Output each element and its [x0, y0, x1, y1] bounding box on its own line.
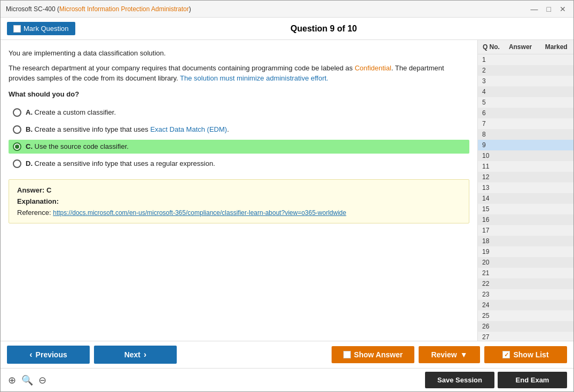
sidebar-row[interactable]: 25	[478, 310, 573, 321]
sidebar-row[interactable]: 18	[478, 236, 573, 246]
close-button[interactable]: ✕	[557, 5, 568, 13]
maximize-button[interactable]: □	[545, 5, 553, 13]
sidebar-row[interactable]: 7	[478, 118, 573, 129]
mark-question-button[interactable]: Mark Question	[7, 22, 75, 35]
answer-box: Answer: C Explanation: Reference: https:…	[9, 179, 469, 223]
sidebar-row[interactable]: 6	[478, 108, 573, 118]
option-a-row[interactable]: A. Create a custom classifier.	[9, 106, 469, 119]
sidebar-row-qno: 26	[478, 323, 502, 330]
solution-text: The solution must minimize administrativ…	[180, 74, 328, 82]
zoom-out-button[interactable]: ⊖	[37, 374, 48, 386]
save-session-button[interactable]: Save Session	[425, 372, 494, 388]
question-title: Question 9 of 10	[81, 24, 567, 34]
option-c-row[interactable]: C. Use the source code classifier.	[9, 140, 469, 154]
next-button[interactable]: Next ›	[94, 346, 177, 364]
sidebar-col-qno: Q No.	[478, 43, 502, 51]
sidebar-header: Q No. Answer Marked	[478, 40, 573, 54]
option-c-radio[interactable]	[13, 142, 21, 151]
option-b-row[interactable]: B. Create a sensitive info type that use…	[9, 123, 469, 137]
option-a-radio[interactable]	[13, 108, 21, 117]
option-d-radio[interactable]	[13, 159, 21, 168]
sidebar-row-qno: 4	[478, 88, 502, 95]
sidebar-row-qno: 3	[478, 77, 502, 85]
sidebar-row[interactable]: 23	[478, 289, 573, 300]
toolbar: Mark Question Question 9 of 10	[1, 18, 573, 40]
end-exam-button[interactable]: End Exam	[498, 372, 567, 388]
sidebar-row[interactable]: 9	[478, 140, 573, 150]
option-c-text: C. Use the source code classifier.	[26, 142, 129, 150]
sidebar-row-qno: 27	[478, 333, 502, 341]
sidebar-row[interactable]: 12	[478, 172, 573, 182]
sidebar-row-qno: 6	[478, 109, 502, 117]
window-controls: — □ ✕	[529, 5, 568, 13]
sidebar-row-qno: 20	[478, 259, 502, 266]
sidebar-row-qno: 22	[478, 280, 502, 287]
title-bar: Microsoft SC-400 (Microsoft Information …	[1, 1, 573, 18]
reference-link[interactable]: https://docs.microsoft.com/en-us/microso…	[53, 209, 346, 217]
sidebar-row[interactable]: 2	[478, 65, 573, 76]
next-label: Next	[124, 350, 140, 359]
show-list-label: Show List	[513, 350, 548, 359]
sidebar-row[interactable]: 24	[478, 300, 573, 310]
option-d-row[interactable]: D. Create a sensitive info type that use…	[9, 157, 469, 171]
sidebar-row-qno: 1	[478, 56, 502, 63]
option-b-radio[interactable]	[13, 125, 21, 134]
question-prompt: What should you do?	[9, 90, 469, 98]
zoom-normal-button[interactable]: 🔍	[20, 374, 34, 386]
question-line2: The research department at your company …	[9, 63, 469, 84]
sidebar-row-qno: 25	[478, 312, 502, 319]
show-list-icon: ✓	[502, 351, 510, 358]
sidebar-row[interactable]: 19	[478, 246, 573, 257]
show-list-button[interactable]: ✓ Show List	[484, 346, 567, 363]
sidebar-row-qno: 14	[478, 195, 502, 202]
zoom-bar: ⊕ 🔍 ⊖ Save Session End Exam	[1, 368, 573, 391]
confidential-text: Confidential	[355, 64, 391, 72]
minimize-button[interactable]: —	[529, 5, 540, 13]
sidebar-row-qno: 24	[478, 301, 502, 309]
sidebar-row[interactable]: 5	[478, 97, 573, 108]
sidebar-row[interactable]: 21	[478, 268, 573, 278]
sidebar-row-qno: 23	[478, 291, 502, 298]
sidebar-row[interactable]: 15	[478, 204, 573, 214]
sidebar-row[interactable]: 27	[478, 332, 573, 341]
app-window: Microsoft SC-400 (Microsoft Information …	[0, 0, 574, 392]
sidebar-row-qno: 15	[478, 205, 502, 213]
previous-button[interactable]: ‹ Previous	[7, 346, 90, 364]
previous-label: Previous	[36, 350, 67, 359]
sidebar-row-qno: 5	[478, 99, 502, 106]
bottom-bar: ‹ Previous Next › Show Answer Review ▼ ✓…	[1, 341, 573, 368]
sidebar-row[interactable]: 22	[478, 278, 573, 289]
question-area: You are implementing a data classificati…	[1, 40, 477, 341]
sidebar-row[interactable]: 17	[478, 225, 573, 236]
sidebar-row-qno: 7	[478, 120, 502, 127]
sidebar-row-qno: 13	[478, 184, 502, 191]
sidebar-row[interactable]: 13	[478, 182, 573, 193]
explanation-label: Explanation:	[17, 197, 461, 205]
sidebar-row[interactable]: 4	[478, 86, 573, 97]
sidebar-col-answer: Answer	[502, 43, 539, 51]
zoom-in-button[interactable]: ⊕	[7, 374, 17, 386]
sidebar-row[interactable]: 20	[478, 257, 573, 268]
sidebar-row[interactable]: 8	[478, 129, 573, 140]
sidebar-row[interactable]: 16	[478, 214, 573, 225]
sidebar-row-qno: 19	[478, 248, 502, 255]
sidebar-row[interactable]: 26	[478, 321, 573, 332]
show-answer-button[interactable]: Show Answer	[332, 346, 414, 363]
sidebar: Q No. Answer Marked 1 2 3 4 5 6	[477, 40, 573, 341]
sidebar-row[interactable]: 10	[478, 150, 573, 161]
answer-label: Answer: C	[17, 186, 461, 194]
sidebar-row[interactable]: 14	[478, 193, 573, 204]
sidebar-row-qno: 18	[478, 237, 502, 245]
show-answer-label: Show Answer	[354, 350, 403, 359]
sidebar-row-qno: 2	[478, 67, 502, 74]
sidebar-row[interactable]: 1	[478, 54, 573, 65]
sidebar-row[interactable]: 3	[478, 76, 573, 86]
sidebar-row-qno: 16	[478, 216, 502, 223]
review-button[interactable]: Review ▼	[419, 346, 480, 363]
sidebar-row[interactable]: 11	[478, 161, 573, 172]
option-d-text: D. Create a sensitive info type that use…	[26, 159, 215, 167]
review-arrow-icon: ▼	[460, 350, 468, 359]
reference-line: Reference: https://docs.microsoft.com/en…	[17, 209, 461, 217]
mark-checkbox-icon	[13, 25, 21, 33]
sidebar-row-qno: 11	[478, 163, 502, 170]
